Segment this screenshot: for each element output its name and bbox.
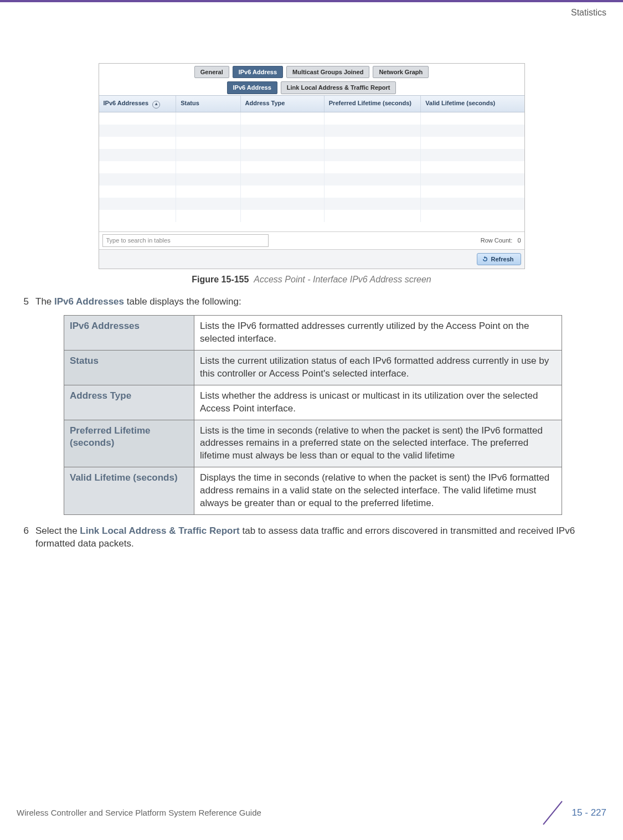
keyword: Link Local Address & Traffic Report bbox=[80, 525, 239, 536]
table-header: IPv6 Addresses ▲ Status Address Type Pre… bbox=[99, 95, 524, 112]
table-row bbox=[99, 125, 524, 137]
row-count: Row Count: 0 bbox=[481, 236, 521, 245]
tab-general[interactable]: General bbox=[194, 66, 229, 79]
figure-caption: Figure 15-155 Access Point - Interface I… bbox=[17, 274, 606, 286]
text-fragment: The bbox=[35, 296, 54, 307]
row-count-value: 0 bbox=[517, 237, 521, 244]
step-number: 5 bbox=[17, 296, 29, 308]
page-header-row: Statistics bbox=[0, 2, 623, 19]
table-row bbox=[99, 161, 524, 173]
page-footer: Wireless Controller and Service Platform… bbox=[17, 799, 606, 827]
table-row: Valid Lifetime (seconds) Displays the ti… bbox=[64, 467, 562, 515]
tabs-primary: General IPv6 Address Multicast Groups Jo… bbox=[99, 64, 524, 80]
col-status[interactable]: Status bbox=[176, 96, 240, 111]
def-value: Lists whether the address is unicast or … bbox=[194, 385, 562, 420]
col-address-type[interactable]: Address Type bbox=[241, 96, 325, 111]
table-row: Preferred Lifetime (seconds) Lists is th… bbox=[64, 420, 562, 467]
def-value: Displays the time in seconds (relative t… bbox=[194, 467, 562, 515]
tab-network-graph[interactable]: Network Graph bbox=[373, 66, 429, 79]
sort-indicator-icon: ▲ bbox=[152, 101, 160, 109]
refresh-button[interactable]: Refresh bbox=[477, 253, 521, 266]
definitions-table: IPv6 Addresses Lists the IPv6 formatted … bbox=[64, 315, 562, 515]
slash-icon bbox=[539, 799, 567, 827]
section-label: Statistics bbox=[571, 7, 606, 19]
text-fragment: table displays the following: bbox=[124, 296, 241, 307]
step-6: 6 Select the Link Local Address & Traffi… bbox=[17, 525, 606, 550]
def-value: Lists is the time in seconds (relative t… bbox=[194, 420, 562, 467]
col-ipv6-addresses[interactable]: IPv6 Addresses ▲ bbox=[99, 96, 177, 111]
table-row bbox=[99, 137, 524, 149]
table-row: IPv6 Addresses Lists the IPv6 formatted … bbox=[64, 315, 562, 350]
table-row bbox=[99, 210, 524, 222]
def-key: Valid Lifetime (seconds) bbox=[64, 467, 194, 515]
step-text: Select the Link Local Address & Traffic … bbox=[35, 525, 606, 550]
table-row bbox=[99, 185, 524, 198]
search-input[interactable]: Type to search in tables bbox=[102, 234, 269, 247]
step-number: 6 bbox=[17, 525, 29, 550]
figure-text: Access Point - Interface IPv6 Address sc… bbox=[254, 275, 431, 284]
tab-multicast-groups[interactable]: Multicast Groups Joined bbox=[286, 66, 369, 79]
keyword: IPv6 Addresses bbox=[54, 296, 124, 307]
def-value: Lists the IPv6 formatted addresses curre… bbox=[194, 315, 562, 350]
refresh-icon bbox=[482, 256, 488, 262]
subtab-ipv6-address[interactable]: IPv6 Address bbox=[227, 81, 277, 94]
step-text: The IPv6 Addresses table displays the fo… bbox=[35, 296, 606, 308]
doc-title: Wireless Controller and Service Platform… bbox=[17, 807, 261, 818]
page-number: 15 - 227 bbox=[572, 807, 606, 820]
svg-line-0 bbox=[543, 801, 562, 824]
def-key: IPv6 Addresses bbox=[64, 315, 194, 350]
table-row bbox=[99, 112, 524, 125]
col-valid-lifetime[interactable]: Valid Lifetime (seconds) bbox=[421, 96, 524, 111]
row-count-label: Row Count: bbox=[481, 237, 512, 244]
table-row bbox=[99, 149, 524, 161]
table-row: Status Lists the current utilization sta… bbox=[64, 350, 562, 385]
def-key: Address Type bbox=[64, 385, 194, 420]
col-label: IPv6 Addresses bbox=[104, 100, 149, 106]
tabs-secondary: IPv6 Address Link Local Address & Traffi… bbox=[99, 79, 524, 95]
text-fragment: Select the bbox=[35, 525, 80, 536]
table-row: Address Type Lists whether the address i… bbox=[64, 385, 562, 420]
table-row bbox=[99, 173, 524, 185]
action-bar: Refresh bbox=[99, 249, 524, 269]
def-key: Status bbox=[64, 350, 194, 385]
def-value: Lists the current utilization status of … bbox=[194, 350, 562, 385]
figure-label: Figure 15-155 bbox=[192, 275, 249, 284]
table-row bbox=[99, 198, 524, 210]
tab-ipv6-address[interactable]: IPv6 Address bbox=[233, 66, 283, 79]
col-preferred-lifetime[interactable]: Preferred Lifetime (seconds) bbox=[325, 96, 421, 111]
ipv6-address-screenshot: General IPv6 Address Multicast Groups Jo… bbox=[99, 63, 525, 270]
table-body bbox=[99, 112, 524, 231]
subtab-link-local[interactable]: Link Local Address & Traffic Report bbox=[281, 81, 397, 94]
step-5: 5 The IPv6 Addresses table displays the … bbox=[17, 296, 606, 308]
def-key: Preferred Lifetime (seconds) bbox=[64, 420, 194, 467]
refresh-label: Refresh bbox=[491, 255, 514, 264]
table-footer: Type to search in tables Row Count: 0 bbox=[99, 231, 524, 249]
